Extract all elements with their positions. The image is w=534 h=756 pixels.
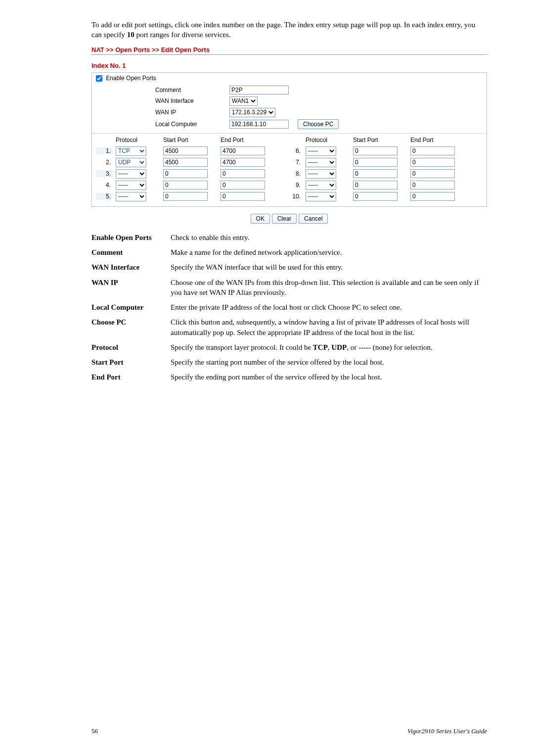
section-title: Index No. 1 bbox=[91, 62, 487, 69]
protocol-select[interactable]: ----- bbox=[306, 158, 336, 167]
breadcrumb: NAT >> Open Ports >> Edit Open Ports bbox=[91, 46, 487, 53]
col-protocol: Protocol bbox=[306, 137, 350, 144]
definition-term: WAN Interface bbox=[91, 262, 171, 272]
definition-term: Local Computer bbox=[91, 302, 171, 312]
definition-term: Comment bbox=[91, 247, 171, 257]
start-port-input[interactable] bbox=[163, 181, 208, 189]
protocol-select[interactable]: TCP bbox=[116, 146, 146, 156]
wan-interface-label: WAN Interface bbox=[96, 97, 229, 104]
definition-desc: Enter the private IP address of the loca… bbox=[171, 302, 487, 312]
col-start-port: Start Port bbox=[163, 137, 218, 144]
ok-button[interactable]: OK bbox=[251, 214, 270, 224]
row-number: 7. bbox=[278, 159, 303, 166]
definition-term: End Port bbox=[91, 372, 171, 382]
divider bbox=[91, 54, 487, 55]
row-number: 5. bbox=[96, 193, 113, 200]
protocol-select[interactable]: ----- bbox=[116, 192, 146, 201]
start-port-input[interactable] bbox=[353, 181, 398, 189]
protocol-select[interactable]: ----- bbox=[306, 169, 336, 179]
definitions: Enable Open PortsCheck to enable this en… bbox=[91, 233, 487, 382]
definition-desc: Choose one of the WAN IPs from this drop… bbox=[171, 278, 487, 298]
clear-button[interactable]: Clear bbox=[272, 214, 297, 224]
row-number: 2. bbox=[96, 159, 113, 166]
start-port-input[interactable] bbox=[353, 158, 398, 167]
wan-ip-label: WAN IP bbox=[96, 109, 229, 116]
end-port-input[interactable] bbox=[410, 169, 455, 178]
end-port-input[interactable] bbox=[221, 158, 265, 167]
end-port-input[interactable] bbox=[410, 192, 455, 201]
end-port-input[interactable] bbox=[410, 158, 455, 167]
protocol-select[interactable]: ----- bbox=[306, 146, 336, 156]
row-number: 4. bbox=[96, 182, 113, 189]
definition-desc: Specify the WAN interface that will be u… bbox=[171, 262, 487, 272]
end-port-input[interactable] bbox=[410, 181, 455, 189]
row-number: 1. bbox=[96, 147, 113, 154]
start-port-input[interactable] bbox=[163, 158, 208, 167]
enable-open-ports-label: Enable Open Ports bbox=[106, 75, 156, 82]
definition-term: Start Port bbox=[91, 357, 171, 367]
row-number: 10. bbox=[278, 193, 303, 200]
comment-label: Comment bbox=[96, 87, 229, 94]
definition-term: Enable Open Ports bbox=[91, 233, 171, 242]
protocol-select[interactable]: ----- bbox=[306, 181, 336, 190]
protocol-select[interactable]: ----- bbox=[116, 181, 146, 190]
end-port-input[interactable] bbox=[221, 192, 265, 201]
wan-ip-select[interactable]: 172.16.3.229 bbox=[229, 108, 275, 117]
definition-desc: Click this button and, subsequently, a w… bbox=[171, 317, 487, 337]
end-port-input[interactable] bbox=[221, 169, 265, 178]
wan-interface-select[interactable]: WAN1 bbox=[229, 96, 258, 106]
row-number: 3. bbox=[96, 170, 113, 177]
cancel-button[interactable]: Cancel bbox=[299, 214, 328, 224]
definition-term: WAN IP bbox=[91, 278, 171, 298]
start-port-input[interactable] bbox=[353, 169, 398, 178]
definition-desc: Specify the ending port number of the se… bbox=[171, 372, 487, 382]
definition-desc: Check to enable this entry. bbox=[171, 233, 487, 242]
local-computer-label: Local Computer bbox=[96, 121, 229, 128]
choose-pc-button[interactable]: Choose PC bbox=[298, 119, 339, 129]
enable-open-ports-checkbox[interactable] bbox=[96, 75, 102, 82]
start-port-input[interactable] bbox=[353, 192, 398, 201]
definition-term: Protocol bbox=[91, 342, 171, 352]
row-number: 6. bbox=[278, 147, 303, 154]
protocol-select[interactable]: ----- bbox=[116, 169, 146, 179]
col-end-port: End Port bbox=[221, 137, 275, 144]
intro-text: To add or edit port settings, click one … bbox=[91, 20, 487, 40]
definition-term: Choose PC bbox=[91, 317, 171, 337]
definition-desc: Specify the transport layer protocol. It… bbox=[171, 342, 487, 352]
page-number: 56 bbox=[91, 727, 98, 735]
col-protocol: Protocol bbox=[116, 137, 160, 144]
row-number: 9. bbox=[278, 182, 303, 189]
comment-input[interactable] bbox=[229, 86, 289, 94]
end-port-input[interactable] bbox=[221, 146, 265, 155]
form-box: Enable Open Ports Comment WAN Interface … bbox=[91, 72, 487, 207]
definition-desc: Specify the starting port number of the … bbox=[171, 357, 487, 367]
guide-title: Vigor2910 Series User's Guide bbox=[407, 727, 487, 735]
definition-desc: Make a name for the defined network appl… bbox=[171, 247, 487, 257]
col-end-port: End Port bbox=[410, 137, 465, 144]
protocol-select[interactable]: UDP bbox=[116, 158, 146, 167]
col-start-port: Start Port bbox=[353, 137, 407, 144]
ports-table: Protocol Start Port End Port Protocol St… bbox=[92, 134, 487, 206]
start-port-input[interactable] bbox=[163, 169, 208, 178]
end-port-input[interactable] bbox=[410, 146, 455, 155]
protocol-select[interactable]: ----- bbox=[306, 192, 336, 201]
start-port-input[interactable] bbox=[163, 192, 208, 201]
local-computer-input[interactable] bbox=[229, 120, 289, 129]
end-port-input[interactable] bbox=[221, 181, 265, 189]
row-number: 8. bbox=[278, 170, 303, 177]
start-port-input[interactable] bbox=[163, 146, 208, 155]
start-port-input[interactable] bbox=[353, 146, 398, 155]
